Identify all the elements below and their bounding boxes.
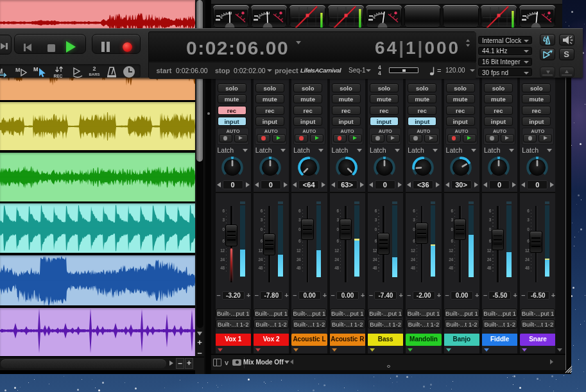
svg-text:M: M [0, 68, 3, 75]
svg-text:M: M [33, 66, 39, 72]
svg-text:M: M [15, 67, 21, 73]
svg-text:REC: REC [54, 74, 63, 78]
